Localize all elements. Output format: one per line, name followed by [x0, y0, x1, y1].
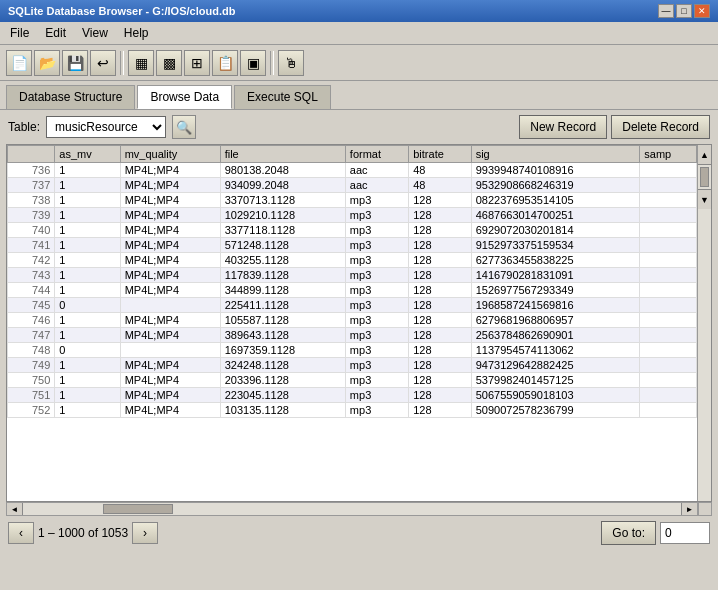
table-row[interactable]: 7411MP4L;MP4571248.1128mp312891529733751… — [8, 238, 697, 253]
table-row[interactable]: 74801697359.1128mp31281137954574113062 — [8, 343, 697, 358]
tab-execute-sql[interactable]: Execute SQL — [234, 85, 331, 109]
cell-col-3: 403255.1128 — [220, 253, 345, 268]
cell-col-5: 128 — [409, 208, 471, 223]
cell-col-7 — [640, 178, 697, 193]
goto-button[interactable]: Go to: — [601, 521, 656, 545]
row-number: 739 — [8, 208, 55, 223]
table-row[interactable]: 7491MP4L;MP4324248.1128mp312894731296428… — [8, 358, 697, 373]
cell-col-1: 1 — [55, 373, 120, 388]
cell-col-4: mp3 — [345, 403, 408, 418]
table-row[interactable]: 7371MP4L;MP4934099.2048aac48953290866824… — [8, 178, 697, 193]
col-samp[interactable]: samp — [640, 146, 697, 163]
table-row[interactable]: 7521MP4L;MP4103135.1128mp312850900725782… — [8, 403, 697, 418]
col-format[interactable]: format — [345, 146, 408, 163]
col-sig[interactable]: sig — [471, 146, 640, 163]
copy-button[interactable]: 📋 — [212, 50, 238, 76]
table-row[interactable]: 7501MP4L;MP4203396.1128mp312853799824014… — [8, 373, 697, 388]
table-row[interactable]: 7361MP4L;MP4980138.2048aac48993994874010… — [8, 163, 697, 178]
cell-col-2: MP4L;MP4 — [120, 238, 220, 253]
minimize-button[interactable]: — — [658, 4, 674, 18]
cell-col-7 — [640, 358, 697, 373]
cell-col-6: 9152973375159534 — [471, 238, 640, 253]
menu-help[interactable]: Help — [118, 24, 155, 42]
cell-col-4: mp3 — [345, 373, 408, 388]
table-row[interactable]: 7401MP4L;MP43377118.1128mp31286929072030… — [8, 223, 697, 238]
cell-col-1: 1 — [55, 253, 120, 268]
save-button[interactable]: 💾 — [62, 50, 88, 76]
row-number: 747 — [8, 328, 55, 343]
cell-col-6: 1137954574113062 — [471, 343, 640, 358]
browse-button[interactable]: ▩ — [156, 50, 182, 76]
window-title: SQLite Database Browser - G:/IOS/cloud.d… — [8, 5, 235, 17]
cell-col-1: 1 — [55, 208, 120, 223]
close-button[interactable]: ✕ — [694, 4, 710, 18]
table-select[interactable]: musicResource — [46, 116, 166, 138]
next-button[interactable]: › — [132, 522, 158, 544]
menu-edit[interactable]: Edit — [39, 24, 72, 42]
open-button[interactable]: 📂 — [34, 50, 60, 76]
table-row[interactable]: 7431MP4L;MP4117839.1128mp312814167902818… — [8, 268, 697, 283]
prev-button[interactable]: ‹ — [8, 522, 34, 544]
table-scroll-area[interactable]: as_mv mv_quality file format bitrate sig… — [7, 145, 697, 501]
cell-col-6: 9939948740108916 — [471, 163, 640, 178]
new-file-button[interactable]: 📄 — [6, 50, 32, 76]
pointer-button[interactable]: 🖱 — [278, 50, 304, 76]
table-row[interactable]: 7441MP4L;MP4344899.1128mp312815269775672… — [8, 283, 697, 298]
col-file[interactable]: file — [220, 146, 345, 163]
cell-col-2: MP4L;MP4 — [120, 178, 220, 193]
cell-col-3: 389643.1128 — [220, 328, 345, 343]
cell-col-7 — [640, 373, 697, 388]
toolbar-separator-2 — [270, 51, 274, 75]
table-row[interactable]: 7450225411.1128mp31281968587241569816 — [8, 298, 697, 313]
new-record-button[interactable]: New Record — [519, 115, 607, 139]
cell-col-3: 3377118.1128 — [220, 223, 345, 238]
grid-button[interactable]: ▣ — [240, 50, 266, 76]
goto-input[interactable] — [660, 522, 710, 544]
table-button[interactable]: ▦ — [128, 50, 154, 76]
col-as-mv[interactable]: as_mv — [55, 146, 120, 163]
add-col-button[interactable]: ⊞ — [184, 50, 210, 76]
maximize-button[interactable]: □ — [676, 4, 692, 18]
tab-database-structure[interactable]: Database Structure — [6, 85, 135, 109]
cell-col-3: 324248.1128 — [220, 358, 345, 373]
row-number: 752 — [8, 403, 55, 418]
pagination-left: ‹ 1 – 1000 of 1053 › — [8, 522, 158, 544]
cell-col-1: 1 — [55, 268, 120, 283]
cell-col-4: mp3 — [345, 388, 408, 403]
cell-col-1: 1 — [55, 283, 120, 298]
cell-col-4: mp3 — [345, 358, 408, 373]
table-row[interactable]: 7461MP4L;MP4105587.1128mp312862796819688… — [8, 313, 697, 328]
cell-col-3: 344899.1128 — [220, 283, 345, 298]
cell-col-1: 1 — [55, 328, 120, 343]
row-number: 736 — [8, 163, 55, 178]
cell-col-6: 6279681968806957 — [471, 313, 640, 328]
table-row[interactable]: 7471MP4L;MP4389643.1128mp312825637848626… — [8, 328, 697, 343]
col-bitrate[interactable]: bitrate — [409, 146, 471, 163]
menu-file[interactable]: File — [4, 24, 35, 42]
col-mv-quality[interactable]: mv_quality — [120, 146, 220, 163]
cell-col-2: MP4L;MP4 — [120, 403, 220, 418]
cell-col-2 — [120, 343, 220, 358]
table-row[interactable]: 7511MP4L;MP4223045.1128mp312850675590590… — [8, 388, 697, 403]
cell-col-5: 128 — [409, 343, 471, 358]
table-row[interactable]: 7391MP4L;MP41029210.1128mp31284687663014… — [8, 208, 697, 223]
undo-button[interactable]: ↩ — [90, 50, 116, 76]
cell-col-2: MP4L;MP4 — [120, 328, 220, 343]
table-row[interactable]: 7381MP4L;MP43370713.1128mp31280822376953… — [8, 193, 697, 208]
cell-col-7 — [640, 283, 697, 298]
cell-col-1: 1 — [55, 223, 120, 238]
table-row[interactable]: 7421MP4L;MP4403255.1128mp312862773634558… — [8, 253, 697, 268]
search-button[interactable]: 🔍 — [172, 115, 196, 139]
cell-col-3: 117839.1128 — [220, 268, 345, 283]
horizontal-scrollbar[interactable]: ◄ ► — [6, 502, 698, 516]
menu-view[interactable]: View — [76, 24, 114, 42]
delete-record-button[interactable]: Delete Record — [611, 115, 710, 139]
cell-col-4: mp3 — [345, 238, 408, 253]
cell-col-1: 1 — [55, 163, 120, 178]
cell-col-3: 223045.1128 — [220, 388, 345, 403]
tab-browse-data[interactable]: Browse Data — [137, 85, 232, 109]
tabs-bar: Database Structure Browse Data Execute S… — [0, 81, 718, 109]
vertical-scrollbar[interactable]: ▲ ▼ — [697, 145, 711, 501]
row-number: 742 — [8, 253, 55, 268]
cell-col-6: 2563784862690901 — [471, 328, 640, 343]
